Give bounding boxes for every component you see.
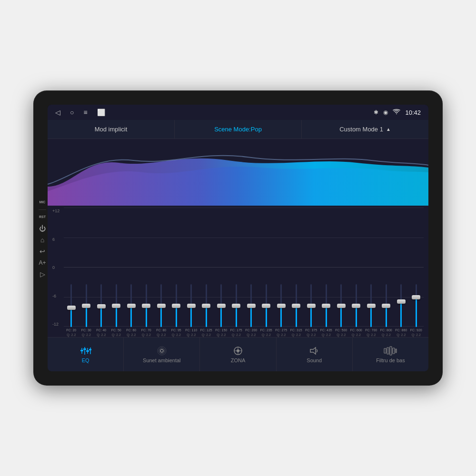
home-nav-icon[interactable]: ○ [70, 109, 74, 116]
slider-thumb-275[interactable] [277, 304, 286, 308]
vol-up-button[interactable]: A+ [38, 258, 47, 267]
slider-track-235[interactable] [266, 284, 267, 327]
slider-col-375[interactable]: FC: 375Q: 2.2 [304, 208, 319, 337]
slider-track-435[interactable] [326, 284, 327, 327]
vol-down-button[interactable]: ◁ [38, 270, 47, 278]
q-label-30: Q: 2.2 [82, 333, 91, 337]
back-button[interactable]: ↩ [38, 247, 47, 256]
fc-label-125: FC: 125 [200, 328, 212, 332]
slider-track-60[interactable] [130, 284, 132, 327]
slider-fill-50 [116, 306, 117, 327]
slider-col-60[interactable]: FC: 60Q: 2.2 [124, 208, 139, 337]
slider-track-175[interactable] [236, 284, 237, 327]
fc-label-315: FC: 315 [290, 328, 302, 332]
nav-eq[interactable]: EQ [48, 337, 124, 371]
slider-col-40[interactable]: FC: 40Q: 2.2 [94, 208, 109, 337]
slider-col-200[interactable]: FC: 200Q: 2.2 [244, 208, 259, 337]
nav-sound[interactable]: Sound [277, 337, 353, 371]
slider-col-860[interactable]: FC: 860Q: 2.2 [394, 208, 409, 337]
slider-thumb-30[interactable] [82, 304, 90, 308]
nav-zone[interactable]: ZONA [200, 337, 276, 371]
slider-thumb-95[interactable] [172, 304, 180, 308]
slider-thumb-700[interactable] [367, 304, 376, 308]
slider-track-50[interactable] [116, 284, 117, 327]
slider-thumb-110[interactable] [187, 304, 196, 308]
slider-col-500[interactable]: FC: 500Q: 2.2 [334, 208, 349, 337]
slider-track-40[interactable] [100, 284, 102, 327]
slider-thumb-40[interactable] [97, 304, 106, 308]
power-button[interactable]: ⏻ [38, 224, 47, 233]
slider-track-20[interactable] [70, 284, 72, 327]
slider-thumb-860[interactable] [397, 299, 406, 304]
slider-col-80[interactable]: FC: 80Q: 2.2 [154, 208, 169, 337]
slider-thumb-150[interactable] [217, 304, 226, 308]
slider-thumb-920[interactable] [412, 295, 420, 299]
slider-col-800[interactable]: FC: 800Q: 2.2 [379, 208, 394, 337]
slider-track-30[interactable] [86, 284, 87, 327]
slider-track-800[interactable] [386, 284, 387, 327]
slider-thumb-50[interactable] [112, 304, 120, 308]
slider-track-275[interactable] [280, 284, 282, 327]
slider-col-700[interactable]: FC: 700Q: 2.2 [364, 208, 379, 337]
slider-track-125[interactable] [206, 284, 207, 327]
slider-col-275[interactable]: FC: 275Q: 2.2 [274, 208, 289, 337]
menu-nav-icon[interactable]: ≡ [83, 109, 87, 116]
slider-track-110[interactable] [190, 284, 192, 327]
q-label-800: Q: 2.2 [382, 333, 391, 337]
slider-thumb-800[interactable] [382, 304, 390, 308]
slider-col-70[interactable]: FC: 70Q: 2.2 [139, 208, 154, 337]
eq-label: EQ [82, 357, 89, 363]
slider-col-235[interactable]: FC: 235Q: 2.2 [259, 208, 274, 337]
slider-track-70[interactable] [146, 284, 147, 327]
slider-thumb-235[interactable] [262, 304, 270, 308]
screen: ◁ ○ ≡ ⬜ ✱ ◉ 10:42 [48, 105, 428, 371]
mic-button[interactable]: MIC [38, 198, 47, 207]
mode-custom[interactable]: Custom Mode 1 ▲ [302, 120, 428, 139]
svg-rect-2 [80, 350, 83, 351]
slider-col-20[interactable]: FC: 20Q: 2.2 [64, 208, 79, 337]
back-nav-icon[interactable]: ◁ [55, 109, 60, 116]
slider-track-500[interactable] [340, 284, 342, 327]
slider-col-435[interactable]: FC: 435Q: 2.2 [319, 208, 334, 337]
slider-thumb-60[interactable] [127, 304, 136, 308]
slider-thumb-315[interactable] [292, 304, 300, 308]
slider-col-125[interactable]: FC: 125Q: 2.2 [199, 208, 214, 337]
slider-thumb-200[interactable] [247, 304, 256, 308]
slider-track-80[interactable] [160, 284, 162, 327]
rst-button[interactable]: RST [38, 213, 47, 221]
nav-ambient[interactable]: Sunet ambiental [124, 337, 200, 371]
slider-thumb-435[interactable] [322, 304, 330, 308]
slider-track-315[interactable] [296, 284, 297, 327]
slider-thumb-70[interactable] [142, 304, 150, 308]
slider-col-175[interactable]: FC: 175Q: 2.2 [229, 208, 244, 337]
slider-thumb-20[interactable] [67, 306, 76, 310]
slider-thumb-175[interactable] [232, 304, 240, 308]
slider-col-95[interactable]: FC: 95Q: 2.2 [169, 208, 184, 337]
slider-col-315[interactable]: FC: 315Q: 2.2 [289, 208, 304, 337]
mode-scene[interactable]: Scene Mode:Pop [175, 120, 302, 139]
fc-label-860: FC: 860 [395, 328, 407, 332]
slider-thumb-500[interactable] [337, 304, 346, 308]
slider-thumb-600[interactable] [352, 304, 360, 308]
slider-thumb-125[interactable] [202, 304, 210, 308]
slider-col-110[interactable]: FC: 110Q: 2.2 [184, 208, 199, 337]
mode-implicit[interactable]: Mod implicit [48, 120, 175, 139]
slider-col-50[interactable]: FC: 50Q: 2.2 [109, 208, 124, 337]
slider-track-150[interactable] [220, 284, 222, 327]
slider-thumb-375[interactable] [307, 304, 316, 308]
slider-col-30[interactable]: FC: 30Q: 2.2 [79, 208, 94, 337]
slider-col-600[interactable]: FC: 600Q: 2.2 [349, 208, 364, 337]
recent-nav-icon[interactable]: ⬜ [97, 109, 105, 116]
slider-col-150[interactable]: FC: 150Q: 2.2 [214, 208, 229, 337]
slider-track-200[interactable] [250, 284, 252, 327]
home-button[interactable]: ⌂ [38, 236, 47, 244]
slider-track-700[interactable] [370, 284, 372, 327]
slider-track-920[interactable] [416, 284, 417, 327]
slider-track-95[interactable] [176, 284, 177, 327]
slider-track-375[interactable] [310, 284, 312, 327]
slider-track-860[interactable] [400, 284, 402, 327]
slider-col-920[interactable]: FC: 920Q: 2.2 [409, 208, 424, 337]
slider-track-600[interactable] [356, 284, 357, 327]
slider-thumb-80[interactable] [157, 304, 166, 308]
nav-bass[interactable]: Filtru de bas [353, 337, 428, 371]
